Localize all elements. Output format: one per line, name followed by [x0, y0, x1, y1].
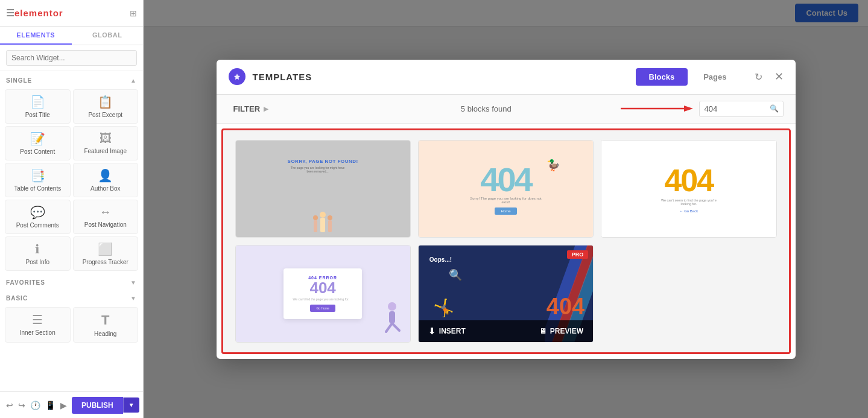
svg-line-6	[392, 323, 399, 331]
tpl3-404-text: 404	[664, 165, 713, 196]
featured-image-icon: 🖼	[100, 131, 112, 145]
tpl1-subtitle: The page you are looking for might have …	[288, 166, 348, 173]
tpl5-search-icon: 🔍	[449, 268, 462, 282]
history-icon[interactable]: 🕐	[30, 401, 40, 410]
preview-label: PREVIEW	[550, 327, 583, 335]
post-content-icon: 📝	[30, 131, 45, 146]
tab-pages[interactable]: Pages	[690, 68, 740, 86]
tab-global[interactable]: GLOBAL	[72, 27, 144, 45]
author-box-icon: 👤	[98, 168, 113, 183]
template-card-5[interactable]: PRO Oops...! 404	[418, 245, 594, 343]
grid-icon[interactable]: ⊞	[130, 8, 137, 18]
template-card-4[interactable]: 404 ERROR 404 We can't find the page you…	[235, 245, 411, 343]
filter-button[interactable]: FILTER ▶	[229, 102, 274, 116]
sidebar-item-table-of-contents[interactable]: 📑 Table of Contents	[5, 163, 71, 197]
preview-icon[interactable]: ▶	[60, 401, 67, 410]
modal-tabs: Blocks Pages	[636, 68, 740, 86]
sidebar-items-single: 📄 Post Title 📋 Post Excerpt 📝 Post Conte…	[0, 87, 143, 273]
tpl5-404-text: 404	[546, 295, 584, 318]
tab-elements[interactable]: ELEMENTS	[0, 27, 72, 45]
template-card-2[interactable]: 404 🦆 Sorry! The page you are looking fo…	[418, 140, 594, 238]
refresh-button[interactable]: ↻	[755, 71, 762, 83]
publish-button[interactable]: PUBLISH	[72, 397, 123, 414]
modal-overlay: TEMPLATES Blocks Pages ↻ ✕ FILTER ▶ 5 bl…	[144, 0, 868, 418]
templates-modal: TEMPLATES Blocks Pages ↻ ✕ FILTER ▶ 5 bl…	[217, 60, 796, 359]
responsive-icon[interactable]: 📱	[45, 401, 55, 410]
left-sidebar: ☰ elementor ⊞ ELEMENTS GLOBAL SINGLE ▲ 📄…	[0, 0, 144, 418]
sidebar-item-label: Post Navigation	[84, 221, 127, 228]
tpl4-desc: We can't find the page you are looking f…	[291, 297, 351, 301]
svg-marker-2	[684, 106, 693, 112]
preview-button[interactable]: 🖥 PREVIEW	[539, 327, 583, 335]
sidebar-item-inner-section[interactable]: ☰ Inner Section	[5, 307, 71, 343]
sidebar-item-label: Table of Contents	[14, 185, 61, 192]
tpl2-404-text: 404	[480, 163, 531, 197]
template-card-1[interactable]: SORRY, PAGE NOT FOUND! The page you are …	[235, 140, 411, 238]
template-preview-1: SORRY, PAGE NOT FOUND! The page you are …	[236, 141, 410, 237]
sidebar-items-basic: ☰ Inner Section T Heading	[0, 305, 143, 345]
chevron-up-icon: ▲	[130, 77, 137, 84]
sidebar-logo: elementor	[14, 8, 130, 18]
insert-label: INSERT	[439, 327, 466, 335]
section-label-basic: BASIC ▼	[0, 289, 143, 305]
tpl2-duck-icon: 🦆	[546, 159, 560, 172]
sidebar-item-label: Post Content	[20, 148, 55, 155]
sidebar-item-progress-tracker[interactable]: ⬜ Progress Tracker	[73, 236, 139, 271]
sidebar-item-label: Post Title	[25, 112, 50, 118]
sidebar-item-label: Inner Section	[20, 329, 55, 336]
sidebar-tabs: ELEMENTS GLOBAL	[0, 27, 143, 45]
tpl4-btn[interactable]: Go Home	[310, 305, 335, 312]
sidebar-item-post-navigation[interactable]: ↔ Post Navigation	[73, 200, 139, 234]
sidebar-item-post-content[interactable]: 📝 Post Content	[5, 126, 71, 160]
inner-section-icon: ☰	[32, 312, 43, 327]
search-input-modal[interactable]	[699, 101, 784, 117]
templates-grid: SORRY, PAGE NOT FOUND! The page you are …	[235, 140, 777, 343]
sidebar-item-author-box[interactable]: 👤 Author Box	[73, 163, 139, 197]
sidebar-item-label: Author Box	[90, 185, 120, 192]
redo-icon[interactable]: ↪	[18, 401, 25, 410]
preview-icon: 🖥	[539, 327, 546, 335]
chevron-down-icon: ▼	[130, 279, 137, 286]
sidebar-item-label: Post Excerpt	[88, 112, 122, 118]
post-navigation-icon: ↔	[100, 205, 112, 219]
toc-icon: 📑	[30, 168, 45, 183]
tpl1-title: SORRY, PAGE NOT FOUND!	[288, 159, 358, 164]
modal-logo	[229, 68, 246, 85]
modal-subheader: FILTER ▶ 5 blocks found 🔍	[217, 95, 796, 124]
insert-button[interactable]: ⬇ INSERT	[428, 326, 466, 336]
tpl5-person-icon: 🤸	[433, 298, 454, 318]
close-button[interactable]: ✕	[775, 70, 784, 83]
section-label-single: SINGLE ▲	[0, 71, 143, 87]
tpl3-link[interactable]: ← Go Back	[679, 209, 698, 213]
sidebar-item-post-excerpt[interactable]: 📋 Post Excerpt	[73, 89, 139, 124]
post-info-icon: ℹ	[35, 242, 40, 256]
sidebar-item-heading[interactable]: T Heading	[73, 307, 139, 343]
post-title-icon: 📄	[30, 95, 45, 109]
filter-label: FILTER	[233, 104, 261, 113]
sidebar-item-post-title[interactable]: 📄 Post Title	[5, 89, 71, 124]
filter-arrow-icon: ▶	[264, 106, 268, 112]
progress-tracker-icon: ⬜	[98, 242, 113, 256]
search-input[interactable]	[6, 50, 137, 66]
template-card-3[interactable]: 404 We can't seem to find the page you'r…	[601, 140, 776, 238]
sidebar-item-post-comments[interactable]: 💬 Post Comments	[5, 200, 71, 234]
post-comments-icon: 💬	[30, 205, 45, 220]
template-preview-2: 404 🦆 Sorry! The page you are looking fo…	[419, 141, 593, 237]
sidebar-item-label: Heading	[94, 331, 116, 337]
tpl4-404-text: 404	[291, 280, 355, 296]
main-content: Contact Us TEMPLATES Blocks	[144, 0, 868, 418]
tab-blocks[interactable]: Blocks	[636, 68, 688, 86]
hamburger-icon[interactable]: ☰	[6, 7, 14, 19]
sidebar-item-post-info[interactable]: ℹ Post Info	[5, 236, 71, 271]
search-area: 🔍	[699, 101, 784, 117]
sidebar-item-label: Featured Image	[84, 148, 127, 154]
undo-icon[interactable]: ↩	[6, 401, 13, 410]
svg-point-3	[388, 302, 396, 311]
modal-header: TEMPLATES Blocks Pages ↻ ✕	[217, 60, 796, 95]
publish-group: PUBLISH ▼	[72, 397, 139, 414]
tpl3-caption: We can't seem to find the page you're lo…	[656, 198, 722, 206]
template-preview-5: PRO Oops...! 404	[419, 245, 593, 342]
tpl2-button[interactable]: Home	[495, 207, 516, 215]
sidebar-item-featured-image[interactable]: 🖼 Featured Image	[73, 126, 139, 160]
publish-caret-button[interactable]: ▼	[123, 397, 139, 413]
